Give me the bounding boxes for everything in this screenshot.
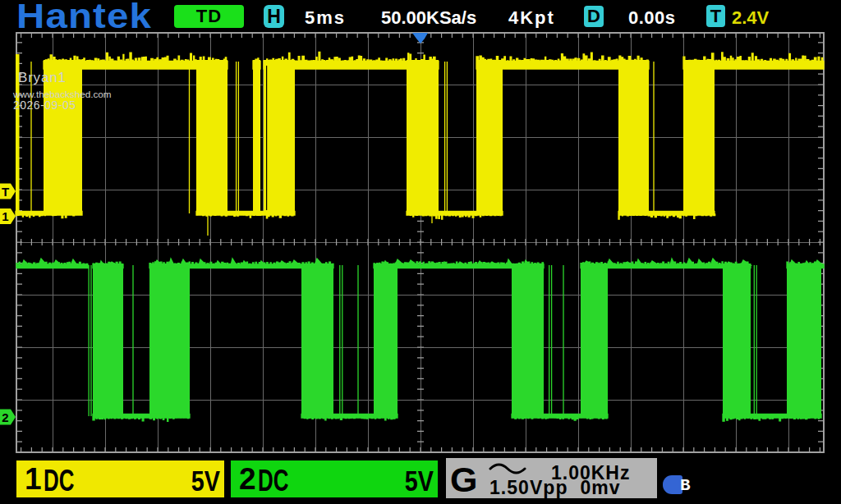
svg-text:T: T <box>2 185 9 199</box>
svg-text:1: 1 <box>2 209 8 223</box>
svg-text:2: 2 <box>2 410 8 424</box>
